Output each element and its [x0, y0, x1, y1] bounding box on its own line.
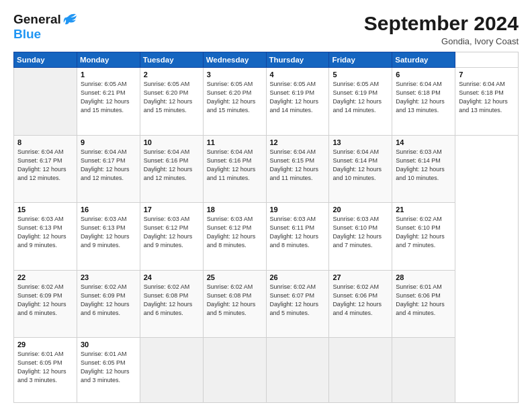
- calendar-cell: [266, 338, 329, 403]
- day-info: Sunrise: 6:03 AMSunset: 6:14 PMDaylight:…: [396, 148, 452, 183]
- day-info: Sunrise: 6:05 AMSunset: 6:20 PMDaylight:…: [144, 80, 200, 115]
- day-number: 12: [270, 138, 326, 146]
- day-info: Sunrise: 6:01 AMSunset: 6:05 PMDaylight:…: [17, 350, 74, 385]
- calendar-header-monday: Monday: [77, 52, 140, 68]
- day-number: 26: [270, 273, 326, 281]
- calendar-header-wednesday: Wednesday: [203, 52, 266, 68]
- calendar-week-3: 15Sunrise: 6:03 AMSunset: 6:13 PMDayligh…: [14, 203, 519, 271]
- calendar-cell: 22Sunrise: 6:02 AMSunset: 6:09 PMDayligh…: [14, 270, 77, 338]
- calendar-cell: 29Sunrise: 6:01 AMSunset: 6:05 PMDayligh…: [14, 338, 77, 403]
- calendar-cell: 16Sunrise: 6:03 AMSunset: 6:13 PMDayligh…: [77, 203, 140, 271]
- calendar-body: 1Sunrise: 6:05 AMSunset: 6:21 PMDaylight…: [14, 68, 519, 403]
- calendar-cell: 9Sunrise: 6:04 AMSunset: 6:17 PMDaylight…: [77, 135, 140, 203]
- day-number: 6: [396, 71, 452, 79]
- calendar-cell: 30Sunrise: 6:01 AMSunset: 6:05 PMDayligh…: [77, 338, 140, 403]
- calendar-cell: 23Sunrise: 6:02 AMSunset: 6:09 PMDayligh…: [77, 270, 140, 338]
- calendar-cell: [140, 338, 203, 403]
- calendar-cell: 20Sunrise: 6:03 AMSunset: 6:10 PMDayligh…: [329, 203, 392, 271]
- day-info: Sunrise: 6:05 AMSunset: 6:20 PMDaylight:…: [207, 80, 263, 115]
- day-info: Sunrise: 6:03 AMSunset: 6:13 PMDaylight:…: [17, 215, 74, 250]
- day-info: Sunrise: 6:02 AMSunset: 6:08 PMDaylight:…: [144, 283, 200, 318]
- calendar-cell: 6Sunrise: 6:04 AMSunset: 6:18 PMDaylight…: [392, 68, 455, 136]
- day-number: 4: [270, 71, 326, 79]
- day-number: 20: [332, 205, 389, 214]
- page: General Blue September 2024 Gondia, Ivor…: [0, 0, 532, 411]
- day-number: 17: [144, 205, 200, 214]
- calendar-week-4: 22Sunrise: 6:02 AMSunset: 6:09 PMDayligh…: [14, 270, 519, 338]
- day-number: 10: [144, 138, 200, 146]
- calendar-cell: 18Sunrise: 6:03 AMSunset: 6:12 PMDayligh…: [203, 203, 266, 271]
- day-number: 23: [81, 273, 137, 281]
- calendar-cell: [329, 338, 392, 403]
- day-info: Sunrise: 6:02 AMSunset: 6:10 PMDaylight:…: [396, 215, 452, 250]
- calendar-cell: [392, 338, 455, 403]
- calendar-cell: 5Sunrise: 6:05 AMSunset: 6:19 PMDaylight…: [329, 68, 392, 136]
- day-info: Sunrise: 6:05 AMSunset: 6:19 PMDaylight:…: [332, 80, 389, 115]
- day-number: 11: [207, 138, 263, 146]
- day-info: Sunrise: 6:03 AMSunset: 6:12 PMDaylight:…: [144, 215, 200, 250]
- calendar-cell: 27Sunrise: 6:02 AMSunset: 6:06 PMDayligh…: [329, 270, 392, 338]
- day-number: 24: [144, 273, 200, 281]
- logo-general: General: [13, 12, 61, 26]
- day-number: 29: [17, 340, 74, 349]
- day-number: 3: [207, 71, 263, 79]
- day-info: Sunrise: 6:02 AMSunset: 6:07 PMDaylight:…: [270, 283, 326, 318]
- day-info: Sunrise: 6:04 AMSunset: 6:18 PMDaylight:…: [396, 80, 452, 115]
- day-number: 5: [332, 71, 389, 79]
- calendar-cell: 21Sunrise: 6:02 AMSunset: 6:10 PMDayligh…: [392, 203, 455, 271]
- calendar-cell: 3Sunrise: 6:05 AMSunset: 6:20 PMDaylight…: [203, 68, 266, 136]
- day-info: Sunrise: 6:03 AMSunset: 6:11 PMDaylight:…: [270, 215, 326, 250]
- day-info: Sunrise: 6:02 AMSunset: 6:06 PMDaylight:…: [332, 283, 389, 318]
- calendar-cell: 11Sunrise: 6:04 AMSunset: 6:16 PMDayligh…: [203, 135, 266, 203]
- day-info: Sunrise: 6:05 AMSunset: 6:21 PMDaylight:…: [81, 80, 137, 115]
- location: Gondia, Ivory Coast: [364, 36, 519, 46]
- calendar-cell: 1Sunrise: 6:05 AMSunset: 6:21 PMDaylight…: [77, 68, 140, 136]
- day-info: Sunrise: 6:03 AMSunset: 6:13 PMDaylight:…: [81, 215, 137, 250]
- day-number: 22: [17, 273, 74, 281]
- calendar-cell: 24Sunrise: 6:02 AMSunset: 6:08 PMDayligh…: [140, 270, 203, 338]
- day-info: Sunrise: 6:04 AMSunset: 6:17 PMDaylight:…: [17, 148, 74, 183]
- day-info: Sunrise: 6:03 AMSunset: 6:10 PMDaylight:…: [332, 215, 389, 250]
- day-info: Sunrise: 6:04 AMSunset: 6:16 PMDaylight:…: [207, 148, 263, 183]
- day-number: 30: [81, 340, 137, 349]
- day-number: 19: [270, 205, 326, 214]
- day-info: Sunrise: 6:04 AMSunset: 6:18 PMDaylight:…: [459, 80, 515, 115]
- day-number: 16: [81, 205, 137, 214]
- header: General Blue September 2024 Gondia, Ivor…: [13, 12, 519, 46]
- calendar-cell: 10Sunrise: 6:04 AMSunset: 6:16 PMDayligh…: [140, 135, 203, 203]
- calendar-cell: [203, 338, 266, 403]
- day-info: Sunrise: 6:04 AMSunset: 6:14 PMDaylight:…: [332, 148, 389, 183]
- calendar-cell: 8Sunrise: 6:04 AMSunset: 6:17 PMDaylight…: [14, 135, 77, 203]
- day-info: Sunrise: 6:01 AMSunset: 6:05 PMDaylight:…: [81, 350, 137, 385]
- calendar-cell: 13Sunrise: 6:04 AMSunset: 6:14 PMDayligh…: [329, 135, 392, 203]
- calendar-cell: 25Sunrise: 6:02 AMSunset: 6:08 PMDayligh…: [203, 270, 266, 338]
- calendar-header-tuesday: Tuesday: [140, 52, 203, 68]
- day-info: Sunrise: 6:02 AMSunset: 6:08 PMDaylight:…: [207, 283, 263, 318]
- day-number: 14: [396, 138, 452, 146]
- calendar-cell: 28Sunrise: 6:01 AMSunset: 6:06 PMDayligh…: [392, 270, 455, 338]
- calendar-header-friday: Friday: [329, 52, 392, 68]
- logo-blue: Blue: [13, 27, 77, 42]
- day-number: 15: [17, 205, 74, 214]
- logo: General Blue: [13, 12, 77, 42]
- day-number: 9: [81, 138, 137, 146]
- day-number: 21: [396, 205, 452, 214]
- logo-bird-icon: [62, 13, 77, 26]
- day-number: 1: [81, 71, 137, 79]
- calendar-header-thursday: Thursday: [266, 52, 329, 68]
- day-number: 28: [396, 273, 452, 281]
- day-number: 13: [332, 138, 389, 146]
- day-number: 27: [332, 273, 389, 281]
- calendar-table: SundayMondayTuesdayWednesdayThursdayFrid…: [13, 52, 519, 403]
- calendar-cell: 17Sunrise: 6:03 AMSunset: 6:12 PMDayligh…: [140, 203, 203, 271]
- day-info: Sunrise: 6:02 AMSunset: 6:09 PMDaylight:…: [17, 283, 74, 318]
- calendar-header-saturday: Saturday: [392, 52, 455, 68]
- calendar-header-sunday: Sunday: [14, 52, 77, 68]
- calendar-cell: 7Sunrise: 6:04 AMSunset: 6:18 PMDaylight…: [455, 68, 519, 136]
- day-info: Sunrise: 6:04 AMSunset: 6:16 PMDaylight:…: [144, 148, 200, 183]
- day-number: 18: [207, 205, 263, 214]
- month-title: September 2024: [364, 12, 519, 35]
- calendar-cell: 19Sunrise: 6:03 AMSunset: 6:11 PMDayligh…: [266, 203, 329, 271]
- calendar-week-2: 8Sunrise: 6:04 AMSunset: 6:17 PMDaylight…: [14, 135, 519, 203]
- day-number: 8: [17, 138, 74, 146]
